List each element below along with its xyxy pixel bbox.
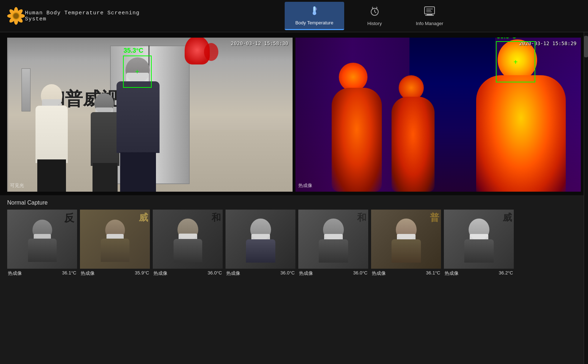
thumbnail-5-image: 和: [298, 210, 368, 269]
thumbnail-3-info: 热成像 36.0°C: [153, 269, 223, 278]
temperature-reading-thermal: 35.3°C: [497, 38, 516, 40]
tab-info-manager[interactable]: Info Manager: [405, 3, 454, 30]
thumbnail-5[interactable]: 和 热成像 36.0°C: [298, 210, 368, 278]
alarm-icon: [369, 6, 380, 19]
thumbnail-1-info: 热成像 36.1°C: [7, 269, 77, 278]
thumbnail-3-temp: 36.0°C: [208, 270, 222, 277]
svg-point-9: [13, 13, 19, 19]
normal-capture-label: Normal Capture: [7, 200, 581, 206]
thumbnail-7-type: 热成像: [445, 270, 459, 277]
thumbnail-1-image: 反: [7, 210, 77, 269]
thumbnail-6-temp: 36.1°C: [426, 270, 440, 277]
thumbnail-3-image: 和: [153, 210, 223, 269]
thermometer-icon: [309, 5, 320, 19]
bottom-section: Normal Capture 反 热成像 36.1°C: [0, 195, 588, 364]
thumbnail-6-info: 热成像 36.1°C: [371, 269, 441, 278]
thumbnail-4-temp: 36.0°C: [280, 270, 295, 277]
monitor-icon: [424, 6, 435, 19]
tab-history[interactable]: History: [351, 3, 398, 30]
thumbnail-6-image: 普: [371, 210, 441, 269]
normal-camera-feed: 和普威视: [7, 38, 293, 192]
nav-area: Body Temperature History: [151, 2, 588, 30]
svg-line-20: [372, 7, 373, 8]
feed-normal-corner-label: 可见光: [10, 182, 24, 189]
thumbnail-2[interactable]: 威 热成像 35.9°C: [80, 210, 150, 278]
feed-normal-timestamp: 2020-03-12 15:58:30: [231, 40, 288, 46]
temperature-reading-feed1: 35.3°C: [124, 47, 143, 54]
header: Human Body Temperature Screening System …: [0, 0, 588, 32]
thumbnail-1[interactable]: 反 热成像 36.1°C: [7, 210, 77, 278]
thumbnail-5-temp: 36.0°C: [353, 270, 368, 277]
thumbnail-2-type: 热成像: [81, 270, 95, 277]
feed-thermal-label: 热成像: [298, 182, 312, 189]
temperature-box-thermal: 35.3°C +: [496, 41, 535, 82]
scrollbar-thumb[interactable]: [584, 36, 588, 57]
scrollbar[interactable]: [584, 32, 588, 364]
thumbnail-5-type: 热成像: [299, 270, 313, 277]
main-content: 和普威视: [0, 32, 588, 364]
svg-line-17: [375, 12, 376, 13]
capture-thumbnails: 反 热成像 36.1°C 威: [7, 210, 581, 278]
thumbnail-2-temp: 35.9°C: [135, 270, 149, 277]
thumbnail-3-type: 热成像: [153, 270, 167, 277]
thumbnail-4[interactable]: 热成像 36.0°C: [226, 210, 295, 278]
thumbnail-6-type: 热成像: [372, 270, 386, 277]
thermal-camera-feed: 35.3°C + 2020-03-12 15:58:29 热成像: [295, 38, 581, 192]
thermal-crosshair-icon: +: [513, 58, 518, 66]
thumbnail-2-image: 威: [80, 210, 150, 269]
thumbnail-7-image: 威: [444, 210, 514, 269]
tab-history-label: History: [367, 21, 381, 26]
thumbnail-3[interactable]: 和 热成像 36.0°C: [153, 210, 223, 278]
thumbnail-4-type: 热成像: [226, 270, 240, 277]
video-feeds: 和普威视: [7, 38, 581, 192]
tab-info-manager-label: Info Manager: [416, 21, 444, 26]
temperature-box-feed1: 35.3°C +: [123, 56, 152, 88]
thumbnail-7-temp: 36.2°C: [499, 270, 513, 277]
crosshair-icon: +: [135, 68, 139, 76]
sunflower-logo-icon: [7, 6, 25, 26]
video-area: 和普威视: [0, 32, 588, 195]
svg-rect-12: [314, 10, 315, 13]
thumbnail-2-info: 热成像 35.9°C: [80, 269, 150, 278]
thumbnail-6[interactable]: 普 热成像 36.1°C: [371, 210, 441, 278]
tab-body-temperature-label: Body Temperature: [295, 20, 333, 25]
thumbnail-5-info: 热成像 36.0°C: [298, 269, 368, 278]
svg-line-21: [376, 7, 377, 8]
thumbnail-7[interactable]: 威 热成像 36.2°C: [444, 210, 514, 278]
tab-body-temperature[interactable]: Body Temperature: [285, 2, 344, 30]
thumbnail-1-type: 热成像: [8, 270, 22, 277]
logo-area: Human Body Temperature Screening System: [0, 6, 151, 26]
thumbnail-7-info: 热成像 36.2°C: [444, 269, 514, 278]
app-title: Human Body Temperature Screening System: [25, 10, 151, 22]
thumbnail-4-image: [226, 210, 295, 269]
thumbnail-1-temp: 36.1°C: [62, 270, 76, 277]
thumbnail-4-info: 热成像 36.0°C: [226, 269, 295, 278]
